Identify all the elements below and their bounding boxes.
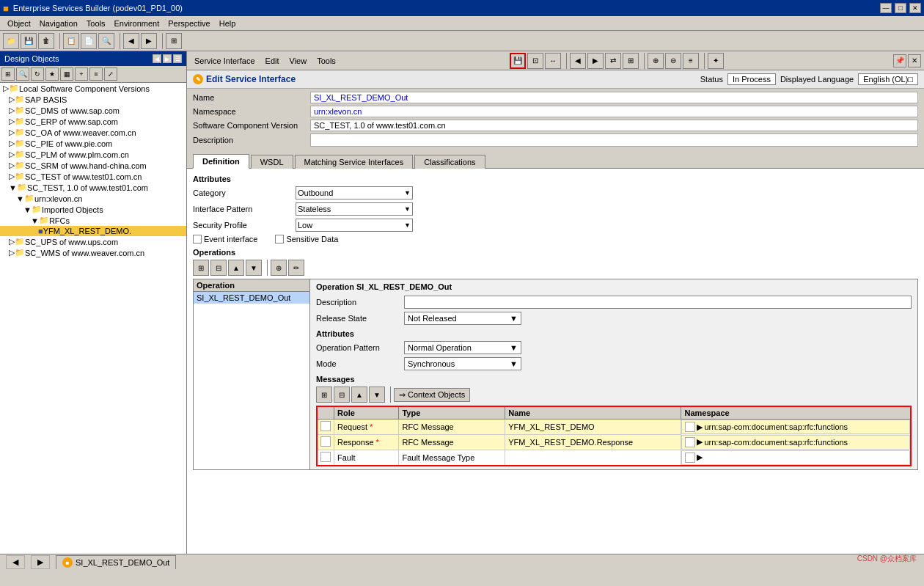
attr-category-select[interactable]: Outbound ▼: [296, 186, 413, 199]
bottom-tab-nav-left[interactable]: ◀: [6, 555, 25, 569]
tree-item-urn[interactable]: ▼ 📁 urn:xlevon.cn: [0, 193, 186, 204]
context-objects-btn[interactable]: ⇒ Context Objects: [394, 388, 470, 402]
tree-item-sap[interactable]: ▷ 📁 SAP BASIS: [0, 94, 186, 105]
detail-desc-input[interactable]: [404, 296, 912, 309]
minimize-btn[interactable]: —: [880, 3, 892, 13]
menu-environment[interactable]: Environment: [109, 18, 164, 29]
maximize-btn[interactable]: □: [895, 3, 906, 13]
toolbar-btn-5[interactable]: 📄: [81, 33, 97, 49]
right-tb-btn5[interactable]: ▶: [587, 53, 604, 69]
ops-btn1[interactable]: ⊞: [193, 260, 209, 276]
right-tb-btn8[interactable]: ⊕: [648, 53, 664, 69]
tree-item-local[interactable]: ▷ 📁 Local Software Component Versions: [0, 83, 186, 94]
right-menu-tools[interactable]: Tools: [312, 55, 340, 67]
close-btn[interactable]: ✕: [909, 3, 921, 13]
right-tb-btn9[interactable]: ⊖: [665, 53, 681, 69]
tree-item-imported[interactable]: ▼ 📁 Imported Objects: [0, 204, 186, 215]
ops-btn3[interactable]: ▲: [228, 260, 244, 276]
menu-help[interactable]: Help: [215, 18, 241, 29]
tree-toolbar-btn6[interactable]: +: [75, 67, 88, 81]
tree-item-pie[interactable]: ▷ 📁 SC_PIE of www.pie.com: [0, 138, 186, 149]
tree-item-ups[interactable]: ▷ 📁 SC_UPS of www.ups.com: [0, 236, 186, 247]
tree-icon-ups: 📁: [15, 237, 25, 246]
ops-list-item-si[interactable]: SI_XL_REST_DEMO_Out: [194, 292, 309, 304]
tree-icon-srm: 📁: [15, 161, 25, 170]
msg-req-cb[interactable]: [320, 421, 331, 431]
msg-btn4[interactable]: ▼: [369, 387, 385, 403]
ops-btn6[interactable]: ✏: [288, 260, 304, 276]
right-tb-btn2[interactable]: ⊡: [527, 53, 543, 69]
detail-release-value: Not Released: [408, 314, 457, 323]
toolbar-btn-7[interactable]: ⊞: [166, 33, 182, 49]
tree-item-yfm[interactable]: ■ YFM_XL_REST_DEMO.: [0, 226, 186, 236]
panel-nav-right[interactable]: ▶: [163, 54, 172, 63]
tree-item-plm[interactable]: ▷ 📁 SC_PLM of www.plm.com.cn: [0, 149, 186, 160]
toolbar-btn-2[interactable]: 💾: [21, 33, 37, 49]
right-menu-edit[interactable]: Edit: [261, 55, 284, 67]
toolbar-btn-1[interactable]: 📁: [3, 33, 19, 49]
panel-menu[interactable]: ☰: [173, 54, 182, 63]
right-tb-btn10[interactable]: ≡: [683, 53, 699, 69]
right-tb-pin[interactable]: 📌: [893, 54, 906, 67]
tree-toolbar-btn5[interactable]: ▦: [60, 67, 73, 81]
tree-item-oa[interactable]: ▷ 📁 SC_OA of www.weaver.com.cn: [0, 127, 186, 138]
toolbar-back[interactable]: ◀: [123, 33, 139, 49]
event-interface-checkbox[interactable]: [193, 235, 202, 243]
tree-item-sctest10[interactable]: ▼ 📁 SC_TEST, 1.0 of www.test01.com: [0, 182, 186, 193]
right-tb-btn3[interactable]: ↔: [545, 53, 561, 69]
right-menu-view[interactable]: View: [285, 55, 312, 67]
menu-navigation[interactable]: Navigation: [35, 18, 82, 29]
ops-btn4[interactable]: ▼: [246, 260, 262, 276]
field-desc-value[interactable]: [310, 133, 918, 147]
sensitive-data-checkbox[interactable]: [275, 235, 284, 243]
tree-toolbar-btn7[interactable]: ≡: [89, 67, 103, 81]
toolbar-forward[interactable]: ▶: [141, 33, 157, 49]
msg-fault-cb[interactable]: [320, 452, 331, 462]
right-tb-btn11[interactable]: ✦: [708, 53, 724, 69]
fault-ns-btn[interactable]: [685, 453, 695, 463]
bottom-tab-item[interactable]: ■ SI_XL_REST_DEMO_Out: [56, 555, 176, 569]
right-tb-btn7[interactable]: ⊞: [623, 53, 639, 69]
detail-release-select[interactable]: Not Released ▼: [404, 312, 521, 325]
tree-item-srm[interactable]: ▷ 📁 SC_SRM of www.hand-china.com: [0, 160, 186, 171]
tree-item-rfcs[interactable]: ▼ 📁 RFCs: [0, 215, 186, 226]
panel-nav-left[interactable]: ◀: [153, 54, 161, 63]
attr-security-select[interactable]: Low ▼: [296, 219, 413, 232]
tree-toolbar-btn4[interactable]: ★: [45, 67, 59, 81]
right-tb-btn4[interactable]: ◀: [570, 53, 586, 69]
menu-object[interactable]: Object: [3, 18, 35, 29]
tab-matching[interactable]: Matching Service Interfaces: [295, 155, 414, 169]
tree-item-erp[interactable]: ▷ 📁 SC_ERP of www.sap.com: [0, 116, 186, 127]
toolbar-btn-6[interactable]: 🔍: [98, 33, 114, 49]
msg-btn3[interactable]: ▲: [351, 387, 367, 403]
detail-oppattern-select[interactable]: Normal Operation ▼: [404, 341, 521, 354]
right-tb-btn6[interactable]: ⇄: [605, 53, 621, 69]
tab-definition[interactable]: Definition: [193, 154, 249, 169]
right-menu-service[interactable]: Service Interface: [190, 55, 260, 67]
ops-btn5[interactable]: ⊕: [271, 260, 287, 276]
right-tb-save[interactable]: 💾: [510, 53, 526, 69]
tree-toolbar-btn3[interactable]: ↻: [31, 67, 44, 81]
attr-pattern-select[interactable]: Stateless ▼: [296, 202, 413, 216]
menu-tools[interactable]: Tools: [82, 18, 110, 29]
detail-mode-select[interactable]: Synchronous ▼: [404, 357, 521, 370]
ops-btn2[interactable]: ⊟: [210, 260, 227, 276]
msg-btn1[interactable]: ⊞: [316, 387, 332, 403]
tree-toolbar-btn8[interactable]: ⤢: [104, 67, 117, 81]
tree-item-dms[interactable]: ▷ 📁 SC_DMS of www.sap.com: [0, 105, 186, 116]
tree-toolbar-btn2[interactable]: 🔍: [16, 67, 29, 81]
req-ns-btn[interactable]: [685, 422, 695, 432]
resp-ns-btn[interactable]: [685, 437, 695, 447]
right-tb-close[interactable]: ✕: [908, 54, 921, 67]
tab-classifications[interactable]: Classifications: [414, 155, 485, 169]
tree-item-sctest[interactable]: ▷ 📁 SC_TEST of www.test01.com.cn: [0, 171, 186, 182]
tree-item-wms[interactable]: ▷ 📁 SC_WMS of www.weaver.com.cn: [0, 247, 186, 258]
tree-toolbar-btn1[interactable]: ⊞: [1, 67, 15, 81]
tab-wsdl[interactable]: WSDL: [251, 155, 293, 169]
toolbar-btn-3[interactable]: 🗑: [38, 33, 54, 49]
menu-perspective[interactable]: Perspective: [164, 18, 214, 29]
msg-resp-cb[interactable]: [320, 436, 331, 447]
msg-btn2[interactable]: ⊟: [334, 387, 350, 403]
toolbar-btn-4[interactable]: 📋: [63, 33, 79, 49]
bottom-tab-nav-right[interactable]: ▶: [31, 555, 50, 569]
